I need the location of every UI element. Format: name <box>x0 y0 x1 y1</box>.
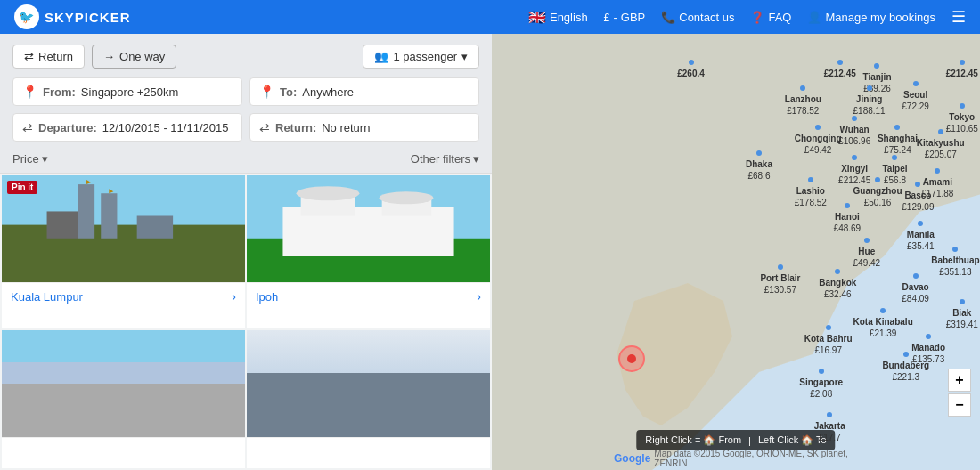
other-filters-icon: ▾ <box>473 152 479 166</box>
main-content: ⇄ Return → One way 👥 1 passenger ▾ 📍 Fro… <box>0 34 980 470</box>
price-label: Price <box>12 152 39 166</box>
departure-value: 12/10/2015 - 11/11/2015 <box>102 121 229 134</box>
return-button[interactable]: ⇄ Return <box>12 45 85 69</box>
map-city-label: Shanghai£75.24 <box>878 121 918 156</box>
map-helper-bar: Right Click = 🏠 From | Left Click 🏠 To <box>636 430 835 450</box>
header: 🐦 SKYPICKER 🇬🇧 English £ - GBP 📞 Contact… <box>0 0 980 34</box>
passengers-icon: 👥 <box>374 50 388 63</box>
departure-label: Departure: <box>38 121 97 134</box>
language-selector[interactable]: 🇬🇧 English <box>528 9 588 26</box>
trip-type-row: ⇄ Return → One way 👥 1 passenger ▾ <box>12 45 479 69</box>
zoom-in-button[interactable]: + <box>948 369 971 392</box>
phone-icon: 📞 <box>661 11 675 24</box>
from-label: From: <box>43 85 76 99</box>
language-label: English <box>550 11 588 24</box>
logo[interactable]: 🐦 SKYPICKER <box>14 4 131 29</box>
map-city-label: Wuhan£106.96 <box>838 112 870 147</box>
google-logo: Google <box>614 452 650 465</box>
price-dropdown-icon: ▾ <box>42 152 48 166</box>
one-way-label: One way <box>119 50 165 63</box>
bookings-label: Manage my bookings <box>825 11 935 24</box>
card-price-ipoh: £13.28 <box>254 264 292 279</box>
map-city-label: Biak£319.41 <box>946 296 978 330</box>
card-footer-kl: Kuala Lumpur › <box>2 282 245 310</box>
card-arrow-icon-ipoh: › <box>477 289 481 304</box>
return-input[interactable]: ⇄ Return: No return <box>249 113 479 142</box>
card-price: £8.85 <box>9 264 40 279</box>
user-icon: 👤 <box>807 11 821 24</box>
pinterest-badge: Pin it <box>7 181 37 194</box>
map-city-label: Davao£84.09 <box>902 270 929 304</box>
destination-card-kl[interactable]: Pin it £8.85 Malaysia Kuala Lumpur › <box>2 175 245 328</box>
map-city-label: Manado£135.73 <box>911 330 945 365</box>
to-value: Anywhere <box>302 85 354 99</box>
map-city-label: Bangkok£32.46 <box>819 265 856 300</box>
attribution-text: Map data ©2015 Google, ORION-ME, SK plan… <box>654 449 858 468</box>
departure-input[interactable]: ⇄ Departure: 12/10/2015 - 11/11/2015 <box>12 113 242 142</box>
filters-row: Price ▾ Other filters ▾ <box>12 149 479 166</box>
map-city-label: Lashio£178.52 <box>795 174 827 208</box>
to-location-icon: 📍 <box>259 85 274 99</box>
card-country: Malaysia <box>196 266 238 279</box>
map-city-label: Singapore£2.08 <box>799 365 843 400</box>
map-city-label: Dhaka£68.6 <box>746 147 772 182</box>
card-image-kl: Pin it £8.85 Malaysia <box>2 175 245 282</box>
map-city-label: Hue£49.42 <box>853 234 881 269</box>
card-footer-4 <box>247 437 490 450</box>
card-price-overlay-ipoh: £13.28 Malaysia <box>247 261 490 282</box>
contact-label: Contact us <box>679 11 734 24</box>
other-filters-button[interactable]: Other filters ▾ <box>411 152 479 166</box>
return-icon: ⇄ <box>24 50 34 63</box>
map-city-label: Lanzhou£178.52 <box>785 82 821 117</box>
map-city-label: £260.4 <box>677 56 705 79</box>
map-city-label: Basco£129.09 <box>902 178 934 213</box>
contact-us-link[interactable]: 📞 Contact us <box>661 11 734 24</box>
map-controls: + − <box>948 369 971 417</box>
singapore-marker <box>618 345 645 372</box>
zoom-out-button[interactable]: − <box>948 393 971 417</box>
from-to-row: 📍 From: Singapore +250km 📍 To: Anywhere <box>12 77 479 106</box>
currency-label: GBP <box>621 11 645 24</box>
divider: | <box>748 435 751 446</box>
right-click-label: Right Click = 🏠 From <box>645 434 741 446</box>
faq-link[interactable]: ❓ FAQ <box>750 11 791 24</box>
manage-bookings-link[interactable]: 👤 Manage my bookings <box>807 11 935 24</box>
map-city-label: Jining£188.11 <box>853 82 886 117</box>
from-value: Singapore +250km <box>81 85 179 99</box>
search-area: ⇄ Return → One way 👥 1 passenger ▾ 📍 Fro… <box>0 34 492 174</box>
map-background: Right Click = 🏠 From | Left Click 🏠 To +… <box>492 34 980 470</box>
map-city-label: Chongqing£49.42 <box>795 121 842 156</box>
currency-selector[interactable]: £ - GBP <box>604 11 646 24</box>
to-input[interactable]: 📍 To: Anywhere <box>249 77 479 106</box>
faq-icon: ❓ <box>750 11 764 24</box>
return-date-value: No return <box>322 121 370 134</box>
hamburger-menu[interactable]: ☰ <box>951 7 966 27</box>
destination-card-ipoh[interactable]: £13.28 Malaysia Ipoh › <box>247 175 490 328</box>
destination-card-4[interactable] <box>247 330 490 469</box>
singapore-pulse <box>618 345 645 372</box>
singapore-dot <box>627 354 636 363</box>
destinations-grid: Pin it £8.85 Malaysia Kuala Lumpur › £13… <box>0 174 492 470</box>
logo-text: SKYPICKER <box>45 10 131 25</box>
header-nav: 🇬🇧 English £ - GBP 📞 Contact us ❓ FAQ 👤 … <box>528 7 966 27</box>
from-input[interactable]: 📍 From: Singapore +250km <box>12 77 242 106</box>
card-footer-ipoh: Ipoh › <box>247 282 490 310</box>
faq-label: FAQ <box>768 11 791 24</box>
card-image-4 <box>247 330 490 437</box>
map-city-label: Port Blair£130.57 <box>760 261 800 296</box>
card-footer-3 <box>2 437 245 450</box>
card-image-ipoh: £13.28 Malaysia <box>247 175 490 282</box>
price-filter[interactable]: Price ▾ <box>12 152 48 166</box>
one-way-button[interactable]: → One way <box>92 45 176 69</box>
map-attribution: Google Map data ©2015 Google, ORION-ME, … <box>614 449 858 468</box>
return-date-label: Return: <box>275 121 316 134</box>
return-date-icon: ⇄ <box>259 120 270 134</box>
map-city-label: Kota Kinabalu£21.39 <box>853 304 913 339</box>
map-city-label: Babelthuap£351.13 <box>931 243 979 278</box>
destination-card-3[interactable] <box>2 330 245 469</box>
return-label: Return <box>38 50 73 63</box>
map-city-label: Seoul£72.29 <box>902 77 929 112</box>
passenger-selector[interactable]: 👥 1 passenger ▾ <box>363 45 479 69</box>
map-city-label: £212.45 <box>824 56 856 79</box>
to-label: To: <box>280 85 297 99</box>
